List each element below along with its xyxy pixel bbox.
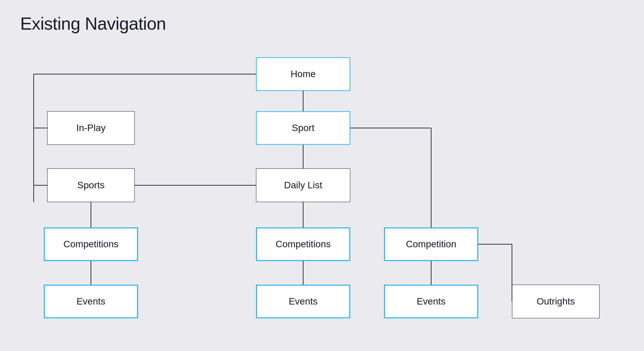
node-sport: Sport bbox=[256, 111, 350, 145]
node-competitions-center: Competitions bbox=[256, 227, 350, 261]
node-events-right: Events bbox=[384, 285, 478, 318]
node-sports-left: Sports bbox=[47, 168, 135, 202]
node-inplay: In-Play bbox=[47, 111, 135, 145]
node-outrights: Outrights bbox=[512, 285, 600, 318]
node-events-left: Events bbox=[44, 285, 138, 318]
page-title: Existing Navigation bbox=[20, 13, 166, 34]
node-competitions-left: Competitions bbox=[44, 227, 138, 261]
node-competition-right: Competition bbox=[384, 227, 478, 261]
node-home: Home bbox=[256, 57, 350, 91]
node-events-center: Events bbox=[256, 285, 350, 318]
diagram-container: Home Sport In-Play Sports Daily List Com… bbox=[0, 47, 644, 350]
node-dailylist: Daily List bbox=[256, 168, 350, 202]
